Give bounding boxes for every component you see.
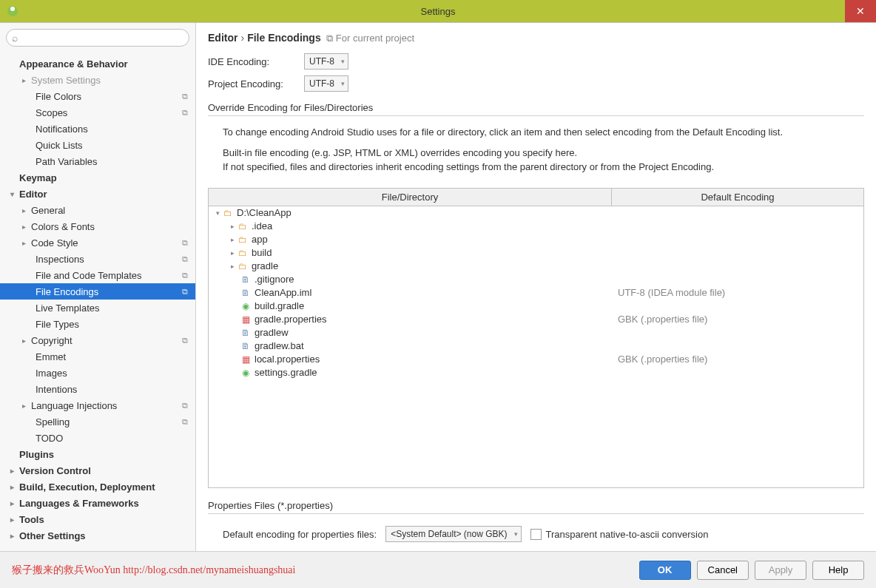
sidebar-item-langinject[interactable]: ▸Language Injections⧉ [0,397,195,413]
file-row[interactable]: ▾🗀D:\CleanApp [209,206,863,220]
file-row[interactable]: 🗎CleanApp.imlUTF-8 (IDEA module file) [209,286,863,300]
help-button[interactable]: Help [812,561,864,580]
svg-point-1 [10,7,15,11]
file-row[interactable]: ▸🗀app [209,233,863,246]
copy-icon: ⧉ [182,108,188,118]
iml-file-icon: 🗎 [240,288,252,298]
settings-tree: Appearance & Behavior ▸System Settings F… [0,53,195,551]
sidebar-item-tools[interactable]: ▸Tools [0,511,195,527]
transparent-checkbox-label[interactable]: Transparent native-to-ascii conversion [530,529,709,540]
properties-file-icon: ▦ [240,354,252,365]
sidebar-item-build[interactable]: ▸Build, Execution, Deployment [0,479,195,495]
sidebar-item-livetemplates[interactable]: Live Templates [0,300,195,316]
file-row[interactable]: ◉build.gradle [209,300,863,313]
sidebar-item-filecolors[interactable]: File Colors⧉ [0,88,195,104]
text-file-icon: 🗎 [240,341,252,351]
properties-file-icon: ▦ [240,314,252,325]
copy-icon: ⧉ [182,287,188,297]
watermark-text: 猴子搬来的救兵WooYun http://blog.csdn.net/mynam… [12,564,295,577]
folder-icon: 🗀 [237,234,249,245]
app-icon [6,4,19,18]
gradle-file-icon: ◉ [240,301,252,311]
apply-button[interactable]: Apply [755,561,806,580]
sidebar-item-inspections[interactable]: Inspections⧉ [0,251,195,267]
sidebar-item-appearance[interactable]: Appearance & Behavior [0,55,195,72]
sidebar-item-encodings[interactable]: File Encodings⧉ [0,283,195,300]
folder-icon: 🗀 [222,208,234,218]
copy-icon: ⧉ [182,401,188,410]
text-file-icon: 🗎 [240,328,252,338]
bottom-bar: 猴子搬来的救兵WooYun http://blog.csdn.net/mynam… [0,551,876,588]
file-row[interactable]: ▸🗀.idea [209,220,863,233]
folder-icon: 🗀 [237,248,249,258]
copy-icon: ⧉ [182,336,188,345]
file-row[interactable]: ◉settings.gradle [209,366,863,379]
text-file-icon: 🗎 [240,274,252,285]
sidebar-item-system[interactable]: ▸System Settings [0,72,195,88]
file-row[interactable]: ▦local.propertiesGBK (.properties file) [209,353,863,366]
file-table: File/Directory Default Encoding ▾🗀D:\Cle… [208,188,864,489]
search-icon: ⌕ [12,32,18,44]
ok-button[interactable]: OK [639,561,691,580]
sidebar-item-filetypes[interactable]: File Types [0,316,195,332]
sidebar-item-copyright[interactable]: ▸Copyright⧉ [0,332,195,348]
copy-icon: ⧉ [182,271,188,280]
copy-icon: ⧉ [182,417,188,427]
window-title: Settings [421,6,456,17]
copy-icon: ⧉ [182,238,188,248]
project-encoding-label: Project Encoding: [208,78,304,89]
sidebar-item-editor[interactable]: ▾Editor [0,186,195,202]
gradle-file-icon: ◉ [240,368,252,378]
col-file[interactable]: File/Directory [209,189,612,206]
sidebar: ⌕ Appearance & Behavior ▸System Settings… [0,23,196,551]
project-encoding-dropdown[interactable]: UTF-8 [304,75,348,92]
sidebar-item-plugins[interactable]: Plugins [0,446,195,462]
sidebar-item-other[interactable]: ▸Other Settings [0,527,195,544]
file-row[interactable]: 🗎gradlew [209,326,863,339]
file-row[interactable]: ▸🗀gradle [209,260,863,273]
sidebar-item-images[interactable]: Images [0,365,195,381]
folder-icon: 🗀 [237,261,249,271]
sidebar-item-codestyle[interactable]: ▸Code Style⧉ [0,234,195,251]
sidebar-item-notifications[interactable]: Notifications [0,121,195,137]
breadcrumb: Editor›File Encodings ⧉ For current proj… [208,32,864,44]
sidebar-item-scopes[interactable]: Scopes⧉ [0,104,195,121]
sidebar-item-todo[interactable]: TODO [0,430,195,446]
sidebar-item-pathvars[interactable]: Path Variables [0,153,195,169]
sidebar-item-langframe[interactable]: ▸Languages & Frameworks [0,495,195,511]
sidebar-item-general[interactable]: ▸General [0,202,195,218]
sidebar-item-versioncontrol[interactable]: ▸Version Control [0,462,195,479]
col-encoding[interactable]: Default Encoding [612,189,863,206]
copy-icon: ⧉ [182,254,188,264]
folder-icon: 🗀 [237,221,249,232]
sidebar-item-keymap[interactable]: Keymap [0,169,195,186]
transparent-checkbox[interactable] [530,529,542,540]
close-button[interactable]: ✕ [845,0,876,22]
copy-icon: ⧉ [182,92,188,101]
ide-encoding-label: IDE Encoding: [208,56,304,67]
sidebar-item-quicklists[interactable]: Quick Lists [0,137,195,153]
file-row[interactable]: ▸🗀build [209,246,863,260]
default-props-encoding-label: Default encoding for properties files: [223,529,377,540]
sidebar-item-spelling[interactable]: Spelling⧉ [0,413,195,430]
cancel-button[interactable]: Cancel [697,561,749,580]
sidebar-item-intentions[interactable]: Intentions [0,381,195,397]
file-row[interactable]: 🗎.gitignore [209,273,863,286]
file-row[interactable]: 🗎gradlew.bat [209,339,863,353]
main-panel: Editor›File Encodings ⧉ For current proj… [196,23,876,551]
sidebar-item-colorsfonts[interactable]: ▸Colors & Fonts [0,218,195,234]
properties-section-title: Properties Files (*.properties) [208,500,864,514]
search-input[interactable] [6,29,189,47]
override-section-title: Override Encoding for Files/Directories [208,102,864,116]
sidebar-item-templates[interactable]: File and Code Templates⧉ [0,267,195,283]
info-text: To change encoding Android Studio uses f… [208,122,864,188]
titlebar: Settings ✕ [0,0,876,22]
sidebar-item-emmet[interactable]: Emmet [0,348,195,365]
default-props-encoding-dropdown[interactable]: <System Default> (now GBK) [385,526,521,542]
file-row[interactable]: ▦gradle.propertiesGBK (.properties file) [209,313,863,326]
ide-encoding-dropdown[interactable]: UTF-8 [304,53,348,70]
